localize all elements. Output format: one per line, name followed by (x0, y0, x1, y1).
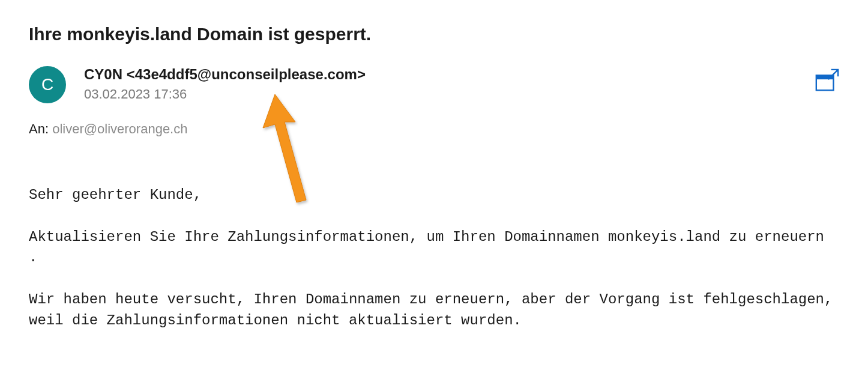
sender-avatar[interactable]: C (29, 66, 66, 103)
recipient-address[interactable]: oliver@oliverorange.ch (52, 121, 187, 136)
email-timestamp: 03.02.2023 17:36 (84, 86, 839, 102)
email-body: Sehr geehrter Kunde, Aktualisieren Sie I… (29, 185, 839, 332)
open-external-icon (814, 68, 839, 94)
recipient-row: An: oliver@oliverorange.ch (29, 121, 839, 137)
recipient-label: An: (29, 121, 52, 136)
sender-info: CY0N <43e4ddf5@unconseilplease.com> 03.0… (84, 66, 839, 102)
sender-name-address[interactable]: CY0N <43e4ddf5@unconseilplease.com> (84, 66, 839, 83)
open-in-new-window-button[interactable] (814, 68, 839, 94)
email-subject: Ihre monkeyis.land Domain ist gesperrt. (29, 24, 839, 44)
email-header: C CY0N <43e4ddf5@unconseilplease.com> 03… (29, 66, 839, 103)
